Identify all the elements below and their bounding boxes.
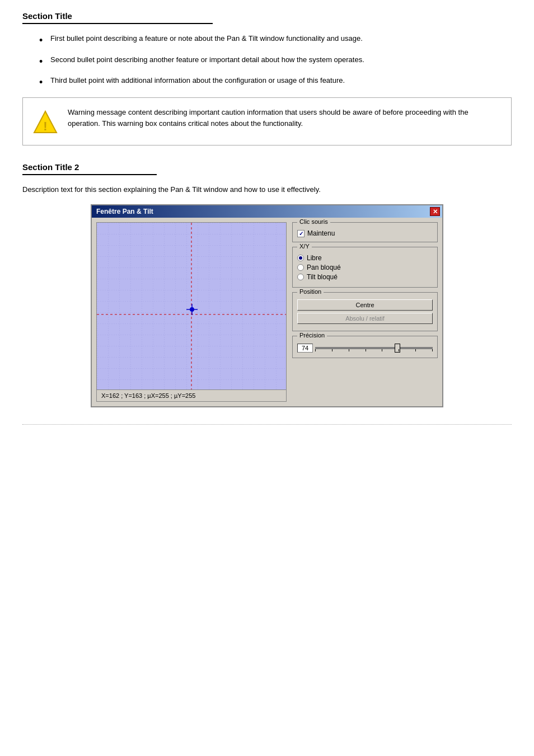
grid-info: X=162 ; Y=163 ; µX=255 ; µY=255 — [96, 390, 287, 402]
pan-bloque-row: Pan bloqué — [297, 264, 433, 271]
section2-title: Section Title 2 — [22, 162, 157, 175]
slider-tick-1 — [315, 349, 316, 351]
bullet-item-3: Third bullet point with additional infor… — [39, 75, 512, 86]
maintenu-row: ✓ Maintenu — [297, 229, 433, 237]
clic-souris-label: Clic souris — [297, 218, 330, 225]
pan-bloque-radio[interactable] — [297, 264, 304, 271]
precision-area: 74 — [297, 343, 433, 353]
grid-canvas[interactable] — [96, 222, 287, 390]
libre-radio[interactable] — [297, 255, 304, 261]
slider-tick-7 — [415, 349, 416, 351]
pantilt-body: X=162 ; Y=163 ; µX=255 ; µY=255 Clic sou… — [92, 218, 442, 406]
tilt-bloque-row: Tilt bloqué — [297, 273, 433, 281]
svg-text:!: ! — [43, 119, 47, 133]
warning-icon: ! — [32, 109, 59, 136]
section2-desc: Description text for this section explai… — [22, 184, 512, 196]
slider-track — [315, 347, 433, 349]
slider-tick-3 — [349, 349, 349, 351]
svg-point-7 — [190, 307, 194, 312]
bullet-item-1: First bullet point describing a feature … — [39, 33, 512, 44]
slider-tick-4 — [366, 349, 366, 351]
pantilt-window: Fenêtre Pan & Tilt ✕ — [91, 204, 443, 407]
pan-bloque-label: Pan bloqué — [307, 264, 341, 271]
xy-group: X/Y Libre Pan bloqué Tilt bloqué — [292, 247, 438, 288]
slider-tick-2 — [332, 349, 332, 351]
position-label: Position — [297, 288, 324, 295]
maintenu-checkbox[interactable]: ✓ — [297, 230, 305, 237]
close-button[interactable]: ✕ — [430, 207, 440, 216]
grid-area: X=162 ; Y=163 ; µX=255 ; µY=255 — [96, 222, 287, 402]
precision-slider[interactable] — [315, 343, 433, 353]
centre-button[interactable]: Centre — [297, 299, 433, 311]
section2-title-wrapper: Section Title 2 — [22, 162, 512, 184]
precision-group: Précision 74 — [292, 336, 438, 358]
precision-label: Précision — [297, 332, 327, 339]
tilt-bloque-radio[interactable] — [297, 274, 304, 280]
tilt-bloque-label: Tilt bloqué — [307, 273, 338, 281]
section1-title-wrapper: Section Title — [22, 11, 512, 33]
position-group: Position Centre Absolu / relatif — [292, 292, 438, 331]
clic-souris-group: Clic souris ✓ Maintenu — [292, 222, 438, 242]
pantilt-titlebar: Fenêtre Pan & Tilt ✕ — [92, 205, 442, 218]
bullet-item-2: Second bullet point describing another f… — [39, 54, 512, 65]
precision-value: 74 — [297, 344, 313, 353]
slider-ticks — [315, 349, 433, 351]
slider-tick-5 — [382, 349, 382, 351]
warning-box: ! Warning message content describing imp… — [22, 97, 512, 145]
controls-panel: Clic souris ✓ Maintenu X/Y Libre — [292, 222, 438, 402]
svg-rect-2 — [97, 223, 286, 389]
libre-row: Libre — [297, 254, 433, 262]
pantilt-window-title: Fenêtre Pan & Tilt — [96, 208, 153, 215]
xy-label: X/Y — [297, 243, 312, 250]
slider-tick-8 — [432, 349, 433, 351]
bottom-rule — [22, 424, 512, 425]
absolu-relatif-button[interactable]: Absolu / relatif — [297, 313, 433, 324]
bullet-list: First bullet point describing a feature … — [39, 33, 512, 86]
section1-title: Section Title — [22, 11, 213, 24]
maintenu-label: Maintenu — [307, 229, 335, 237]
slider-tick-6 — [399, 349, 399, 351]
libre-label: Libre — [307, 254, 322, 262]
grid-svg — [97, 223, 286, 389]
warning-text: Warning message content describing impor… — [68, 107, 502, 130]
